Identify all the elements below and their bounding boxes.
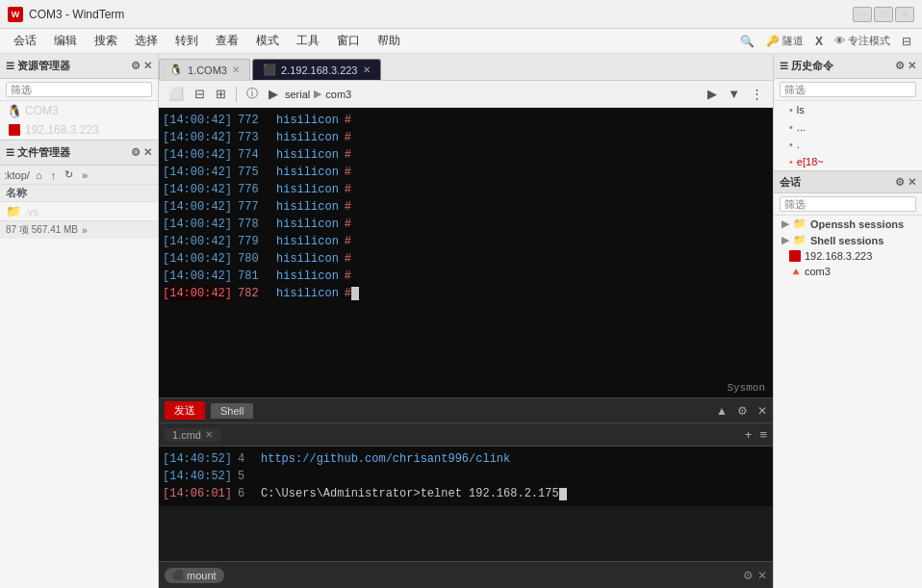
info-btn[interactable]: ⓘ <box>243 84 262 104</box>
term-text-781: hisilicon <box>276 269 339 283</box>
focus-mode-label[interactable]: 👁 专注模式 <box>830 32 895 50</box>
term-time-774: [14:00:42] <box>163 148 232 162</box>
term-num-774: 774 <box>238 148 267 162</box>
tab-red-icon: ⬛ <box>263 64 276 76</box>
session-192-icon <box>789 250 801 262</box>
send-tab[interactable]: 发送 <box>165 401 205 420</box>
tab-com3-close[interactable]: ✕ <box>232 64 240 75</box>
session-group-openssh[interactable]: ▶ 📁 Openssh sessions <box>774 216 922 232</box>
history-title: 历史命令 <box>791 59 895 73</box>
hist-escape[interactable]: e[18~ <box>774 153 922 170</box>
menu-window[interactable]: 窗口 <box>329 31 368 51</box>
history-filter <box>774 79 922 101</box>
menu-mode[interactable]: 模式 <box>248 31 287 51</box>
menu-tools[interactable]: 工具 <box>289 31 327 51</box>
play-btn[interactable]: ▶ <box>265 85 282 103</box>
menu-edit[interactable]: 编辑 <box>46 31 85 51</box>
overflow-btn[interactable]: ⋮ <box>747 85 767 103</box>
tab-192[interactable]: ⬛ 2.192.168.3.223 ✕ <box>252 59 381 80</box>
hist-dots1[interactable]: ... <box>774 118 922 136</box>
fm-more-btn[interactable]: » <box>82 225 88 236</box>
bottom-collapse-icon[interactable]: ▲ <box>716 404 728 418</box>
menu-select[interactable]: 选择 <box>127 31 166 51</box>
minimize-button[interactable]: — <box>853 7 872 22</box>
term-text-782: hisilicon <box>276 287 339 300</box>
session-group-shell[interactable]: ▶ 📁 Shell sessions <box>774 232 922 248</box>
cmd-overflow-icon[interactable]: ≡ <box>759 427 767 442</box>
term-time-777: [14:00:42] <box>163 200 232 214</box>
session-com3[interactable]: 🔺 com3 <box>774 264 922 279</box>
new-tab-btn[interactable]: ⬜ <box>165 85 188 103</box>
resource-manager-icons: ⚙ ✕ <box>131 60 152 72</box>
close-button[interactable]: ✕ <box>895 7 914 22</box>
tag-mount[interactable]: ⬛ mount <box>165 568 224 583</box>
close-left-icon[interactable]: ✕ <box>143 60 152 72</box>
fm-settings-icon[interactable]: ⚙ <box>131 146 141 159</box>
menu-search[interactable]: 搜索 <box>87 31 125 51</box>
cmd-tab-1[interactable]: 1.cmd ✕ <box>165 428 220 442</box>
fm-refresh-icon[interactable]: ↻ <box>62 167 76 182</box>
tab-192-close[interactable]: ✕ <box>363 64 371 75</box>
session-192-label: 192.168.3.223 <box>805 250 872 262</box>
tunnel-label[interactable]: 🔑 隧道 <box>761 32 808 50</box>
tags-close-icon[interactable]: ✕ <box>757 569 767 582</box>
sessions-close-icon[interactable]: ✕ <box>908 176 916 189</box>
history-close-icon[interactable]: ✕ <box>908 60 916 72</box>
cmd-add-icon[interactable]: + <box>745 427 753 442</box>
menu-goto[interactable]: 转到 <box>167 31 206 51</box>
hist-dot[interactable]: . <box>774 136 922 153</box>
history-settings-icon[interactable]: ⚙ <box>895 60 905 72</box>
sessions-settings-icon[interactable]: ⚙ <box>895 176 905 189</box>
settings-icon[interactable]: ⚙ <box>131 60 141 72</box>
menu-view[interactable]: 查看 <box>208 31 246 51</box>
search-icon[interactable]: 🔍 <box>735 33 759 50</box>
shell-group-arrow: ▶ <box>781 235 789 245</box>
toolbar: ⬜ ⊟ ⊞ ⓘ ▶ serial ▶ com3 ▶ ▼ ⋮ <box>159 81 773 108</box>
fm-up-icon[interactable]: ↑ <box>48 168 60 182</box>
menu-help[interactable]: 帮助 <box>370 31 408 51</box>
cmd-terminal[interactable]: [14:40:52] 4 https://github.com/chrisant… <box>159 447 773 506</box>
shell-tab[interactable]: Shell <box>211 403 253 419</box>
fm-home-icon[interactable]: ⌂ <box>33 168 45 182</box>
x-icon[interactable]: X <box>810 33 828 50</box>
session-192[interactable]: 192.168.3.223 <box>774 248 922 264</box>
left-panel: ☰ 资源管理器 ⚙ ✕ 🐧 COM3 192.168.3.223 ☰ 文件管理器… <box>0 54 159 588</box>
maximize-button[interactable]: □ <box>874 7 893 22</box>
cmd-line-5: [14:40:52] 5 <box>163 468 769 485</box>
resource-com3[interactable]: 🐧 COM3 <box>0 101 158 120</box>
tags-settings-icon[interactable]: ⚙ <box>743 569 754 582</box>
file-item-vs[interactable]: 📁 .vs <box>0 202 158 220</box>
resource-filter-input[interactable] <box>6 82 152 97</box>
menu-session[interactable]: 会话 <box>6 31 44 51</box>
term-time-781: [14:00:42] <box>163 269 232 283</box>
layout-icon[interactable]: ⊟ <box>897 33 916 50</box>
main-area: ☰ 资源管理器 ⚙ ✕ 🐧 COM3 192.168.3.223 ☰ 文件管理器… <box>0 54 922 588</box>
hist-escape-label: e[18~ <box>797 156 824 167</box>
term-text-775: hisilicon <box>276 166 339 179</box>
sessions-filter-input[interactable] <box>780 196 916 212</box>
fm-close-icon[interactable]: ✕ <box>143 146 152 159</box>
window-title: COM3 - WindTerm <box>29 8 853 21</box>
term-num-772: 772 <box>238 114 267 127</box>
split-h-btn[interactable]: ⊞ <box>212 85 230 103</box>
forward-btn[interactable]: ▶ <box>704 85 721 103</box>
bottom-settings-icon[interactable]: ⚙ <box>737 404 748 418</box>
cmd-time-4: [14:40:52] <box>163 452 232 466</box>
hist-ls[interactable]: ls <box>774 101 922 118</box>
resource-192[interactable]: 192.168.3.223 <box>0 120 158 140</box>
window-controls: — □ ✕ <box>853 7 914 22</box>
term-line-782: [14:00:42] 782 hisilicon # <box>163 285 769 302</box>
term-line-775: [14:00:42] 775 hisilicon # <box>163 164 769 181</box>
tab-com3[interactable]: 🐧 1.COM3 ✕ <box>159 59 250 80</box>
term-hash-776: # <box>345 183 351 196</box>
openssh-group-arrow: ▶ <box>781 218 789 229</box>
split-v-btn[interactable]: ⊟ <box>191 85 209 103</box>
dropdown-btn[interactable]: ▼ <box>724 85 744 103</box>
bottom-close-icon[interactable]: ✕ <box>757 404 767 418</box>
history-filter-input[interactable] <box>780 82 916 97</box>
send-header: 发送 Shell ▲ ⚙ ✕ <box>159 398 773 423</box>
fm-more-icon[interactable]: » <box>79 168 90 182</box>
app-icon: W <box>8 7 23 22</box>
path-arrow-1: ▶ <box>314 88 321 100</box>
cmd-tab-close[interactable]: ✕ <box>205 429 213 440</box>
